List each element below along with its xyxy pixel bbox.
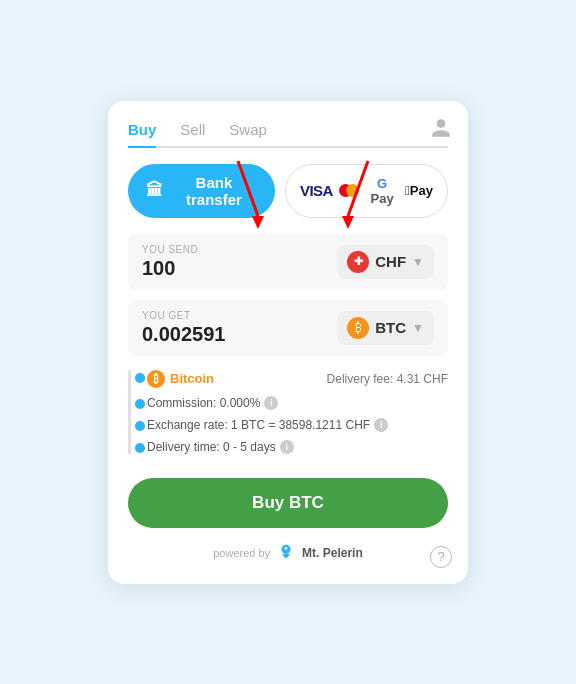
exchange-rate-info-icon[interactable]: i — [374, 418, 388, 432]
send-field: YOU SEND 100 ✚ CHF ▼ — [128, 234, 448, 290]
receive-currency-selector[interactable]: ₿ BTC ▼ — [337, 311, 434, 345]
exchange-rate-text: Exchange rate: 1 BTC = 38598.1211 CHF — [147, 418, 370, 432]
bank-transfer-label: Bank transfer — [171, 174, 257, 208]
tab-swap[interactable]: Swap — [229, 121, 267, 148]
send-value[interactable]: 100 — [142, 257, 198, 280]
receive-label: YOU GET — [142, 310, 225, 321]
commission-row: Commission: 0.000% i — [141, 396, 448, 410]
tab-sell[interactable]: Sell — [180, 121, 205, 148]
bitcoin-icon: ₿ — [147, 370, 165, 388]
delivery-fee: Delivery fee: 4.31 CHF — [327, 372, 448, 386]
btc-flag: ₿ — [347, 317, 369, 339]
receive-currency-code: BTC — [375, 319, 406, 336]
pelerin-logo-icon — [275, 542, 297, 564]
bank-transfer-button[interactable]: 🏛 Bank transfer — [128, 164, 275, 218]
chf-flag: ✚ — [347, 251, 369, 273]
delivery-time-row: Delivery time: 0 - 5 days i — [141, 440, 448, 454]
exchange-rate-row: Exchange rate: 1 BTC = 38598.1211 CHF i — [141, 418, 448, 432]
receive-chevron-icon: ▼ — [412, 321, 424, 335]
main-card: Buy Sell Swap 🏛 Bank transfer VISA G Pay… — [108, 101, 468, 584]
tabs-bar: Buy Sell Swap — [128, 121, 448, 148]
info-section: ₿ Bitcoin Delivery fee: 4.31 CHF Commiss… — [128, 370, 448, 454]
card-payment-button[interactable]: VISA G Pay Pay — [285, 164, 448, 218]
visa-label: VISA — [300, 182, 333, 199]
coin-row: ₿ Bitcoin Delivery fee: 4.31 CHF — [141, 370, 448, 388]
dot-2 — [135, 399, 145, 409]
send-field-group: YOU SEND 100 — [142, 244, 198, 280]
delivery-time-text: Delivery time: 0 - 5 days — [147, 440, 276, 454]
powered-by-section: powered by Mt. Pelerin — [128, 542, 448, 564]
mastercard-icon — [339, 183, 359, 199]
send-chevron-icon: ▼ — [412, 255, 424, 269]
powered-by-label: powered by — [213, 547, 270, 559]
payment-methods: 🏛 Bank transfer VISA G Pay Pay — [128, 164, 448, 218]
dot-3 — [135, 421, 145, 431]
send-label: YOU SEND — [142, 244, 198, 255]
bank-icon: 🏛 — [146, 181, 163, 201]
receive-value[interactable]: 0.002591 — [142, 323, 225, 346]
coin-name: Bitcoin — [170, 371, 214, 386]
dot-1 — [135, 373, 145, 383]
send-currency-code: CHF — [375, 253, 406, 270]
tab-buy[interactable]: Buy — [128, 121, 156, 148]
brand-name: Mt. Pelerin — [302, 546, 363, 560]
receive-field: YOU GET 0.002591 ₿ BTC ▼ — [128, 300, 448, 356]
commission-info-icon[interactable]: i — [264, 396, 278, 410]
dot-4 — [135, 443, 145, 453]
receive-field-group: YOU GET 0.002591 — [142, 310, 225, 346]
send-currency-selector[interactable]: ✚ CHF ▼ — [337, 245, 434, 279]
help-icon[interactable]: ? — [430, 546, 452, 568]
bitcoin-tag: ₿ Bitcoin — [147, 370, 214, 388]
buy-button[interactable]: Buy BTC — [128, 478, 448, 528]
delivery-time-info-icon[interactable]: i — [280, 440, 294, 454]
svg-point-4 — [282, 544, 291, 553]
gpay-label: G Pay — [365, 176, 399, 206]
commission-text: Commission: 0.000% — [147, 396, 260, 410]
applepay-label: Pay — [405, 183, 433, 198]
account-icon[interactable] — [430, 117, 452, 145]
